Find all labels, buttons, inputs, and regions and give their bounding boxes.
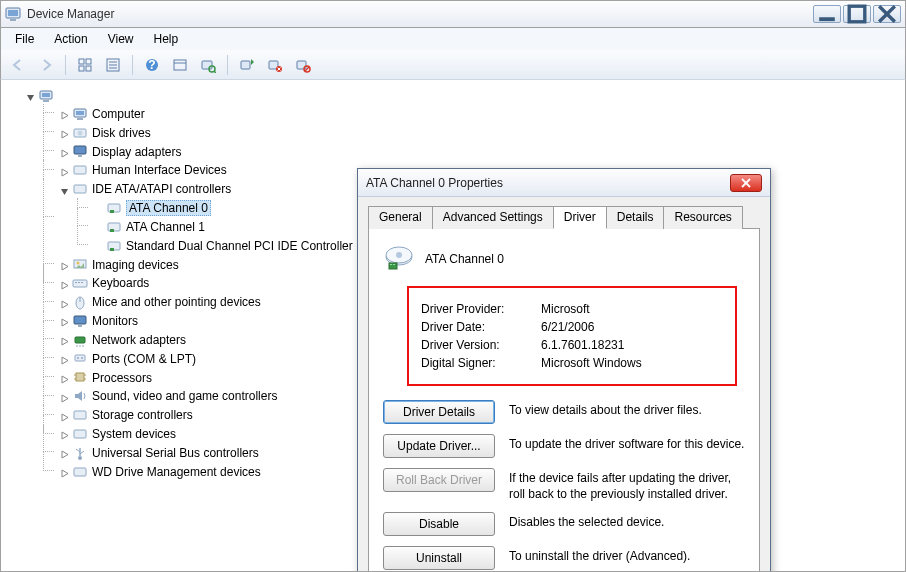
expand-icon[interactable] xyxy=(59,108,70,119)
back-button[interactable] xyxy=(7,54,29,76)
minimize-button[interactable] xyxy=(813,5,841,23)
svg-rect-83 xyxy=(390,264,392,265)
tree-item-label: Universal Serial Bus controllers xyxy=(92,446,259,460)
svg-rect-32 xyxy=(43,100,49,102)
category-icon xyxy=(72,143,88,159)
signer-label: Digital Signer: xyxy=(421,356,541,370)
rollback-driver-desc: If the device fails after updating the d… xyxy=(509,468,745,502)
dialog-titlebar: ATA Channel 0 Properties xyxy=(358,169,770,197)
svg-point-81 xyxy=(396,252,402,258)
svg-rect-65 xyxy=(76,373,84,381)
disable-button[interactable] xyxy=(292,54,314,76)
expand-icon[interactable] xyxy=(25,90,36,101)
svg-rect-58 xyxy=(75,337,85,343)
svg-rect-38 xyxy=(74,146,86,154)
uninstall-driver-button[interactable]: Uninstall xyxy=(383,546,495,570)
menu-view[interactable]: View xyxy=(100,30,142,48)
tree-item-label: Computer xyxy=(92,107,145,121)
svg-point-63 xyxy=(77,357,79,359)
menu-bar: File Action View Help xyxy=(0,28,906,50)
category-icon xyxy=(72,275,88,291)
expand-icon[interactable] xyxy=(59,278,70,289)
tab-details[interactable]: Details xyxy=(606,206,665,229)
driver-info-box: Driver Provider:Microsoft Driver Date:6/… xyxy=(407,286,737,386)
toolbar-separator xyxy=(65,55,66,75)
properties-dialog: ATA Channel 0 Properties General Advance… xyxy=(357,168,771,572)
options-button[interactable] xyxy=(169,54,191,76)
svg-rect-84 xyxy=(393,264,395,265)
expand-icon[interactable] xyxy=(59,297,70,308)
category-icon xyxy=(72,332,88,348)
expand-icon[interactable] xyxy=(59,410,70,421)
svg-rect-2 xyxy=(10,19,16,21)
category-icon xyxy=(72,407,88,423)
tab-resources[interactable]: Resources xyxy=(663,206,742,229)
provider-value: Microsoft xyxy=(541,302,590,316)
disable-device-button[interactable]: Disable xyxy=(383,512,495,536)
update-driver-button[interactable] xyxy=(236,54,258,76)
dialog-close-button[interactable] xyxy=(730,174,762,192)
menu-file[interactable]: File xyxy=(7,30,42,48)
version-label: Driver Version: xyxy=(421,338,541,352)
tree-item-label: Disk drives xyxy=(92,126,151,140)
date-label: Driver Date: xyxy=(421,320,541,334)
tab-general[interactable]: General xyxy=(368,206,433,229)
help-button[interactable]: ? xyxy=(141,54,163,76)
expand-icon[interactable] xyxy=(59,353,70,364)
signer-value: Microsoft Windows xyxy=(541,356,642,370)
svg-point-49 xyxy=(77,262,80,265)
expand-icon xyxy=(93,221,104,232)
tree-item-label: Keyboards xyxy=(92,276,149,290)
tree-item-label: Display adapters xyxy=(92,144,181,158)
scan-hardware-button[interactable] xyxy=(197,54,219,76)
tree-item-label: Imaging devices xyxy=(92,257,179,271)
content-area: ComputerDisk drivesDisplay adaptersHuman… xyxy=(0,80,906,572)
tree-item-label: ATA Channel 0 xyxy=(126,200,211,216)
forward-button[interactable] xyxy=(35,54,57,76)
computer-icon xyxy=(38,88,54,104)
svg-rect-9 xyxy=(79,66,84,71)
uninstall-button[interactable] xyxy=(264,54,286,76)
svg-rect-10 xyxy=(86,66,91,71)
category-icon xyxy=(72,426,88,442)
tree-item-label: Ports (COM & LPT) xyxy=(92,352,196,366)
expand-icon xyxy=(93,202,104,213)
tree-item[interactable]: Display adapters xyxy=(43,142,897,161)
tab-driver[interactable]: Driver xyxy=(553,206,607,229)
expand-icon[interactable] xyxy=(59,146,70,157)
expand-icon[interactable] xyxy=(59,334,70,345)
expand-icon[interactable] xyxy=(59,259,70,270)
category-icon xyxy=(72,313,88,329)
svg-rect-34 xyxy=(76,111,84,115)
svg-rect-31 xyxy=(42,93,50,97)
expand-icon[interactable] xyxy=(59,184,70,195)
update-driver-button[interactable]: Update Driver... xyxy=(383,434,495,458)
tree-item[interactable]: Computer xyxy=(43,104,897,123)
category-icon xyxy=(72,256,88,272)
expand-icon[interactable] xyxy=(59,391,70,402)
expand-icon[interactable] xyxy=(59,466,70,477)
expand-icon[interactable] xyxy=(59,165,70,176)
rollback-driver-button[interactable]: Roll Back Driver xyxy=(383,468,495,492)
svg-point-72 xyxy=(78,456,82,460)
show-list-button[interactable] xyxy=(74,54,96,76)
category-icon xyxy=(72,125,88,141)
expand-icon[interactable] xyxy=(59,315,70,326)
svg-rect-70 xyxy=(74,411,86,419)
driver-details-button[interactable]: Driver Details xyxy=(383,400,495,424)
menu-action[interactable]: Action xyxy=(46,30,95,48)
maximize-button[interactable] xyxy=(843,5,871,23)
svg-rect-50 xyxy=(73,280,87,287)
expand-icon[interactable] xyxy=(59,428,70,439)
properties-button[interactable] xyxy=(102,54,124,76)
svg-rect-22 xyxy=(241,61,250,69)
expand-icon[interactable] xyxy=(59,372,70,383)
svg-rect-76 xyxy=(74,468,86,476)
date-value: 6/21/2006 xyxy=(541,320,594,334)
expand-icon[interactable] xyxy=(59,127,70,138)
menu-help[interactable]: Help xyxy=(146,30,187,48)
tree-item[interactable]: Disk drives xyxy=(43,123,897,142)
tab-advanced[interactable]: Advanced Settings xyxy=(432,206,554,229)
close-button[interactable] xyxy=(873,5,901,23)
expand-icon[interactable] xyxy=(59,447,70,458)
